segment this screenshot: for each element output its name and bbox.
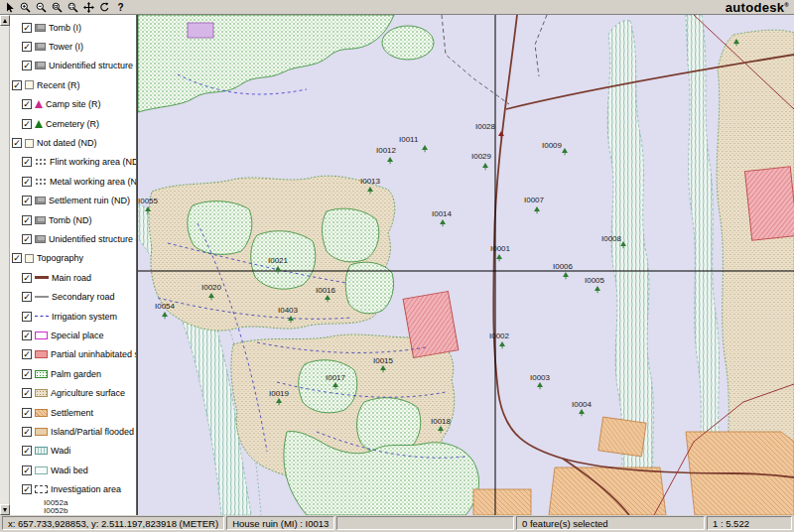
legend-label: Unidentified structure (I) [49, 61, 136, 70]
zoom-extents-tool[interactable] [66, 1, 79, 14]
legend-label: Partial uninhabitated settle [51, 349, 136, 359]
legend-scrollbar[interactable] [0, 15, 10, 515]
scroll-up-arrow-icon[interactable] [0, 15, 10, 26]
legend-item-tomb-nd[interactable]: ✓Tomb (ND) [10, 210, 136, 229]
legend-item-not-dated-nd[interactable]: ✓Not dated (ND) [10, 133, 136, 152]
legend-checkbox-camp-site-r[interactable]: ✓ [22, 99, 32, 109]
legend-checkbox-flint-working-area-nd[interactable]: ✓ [22, 157, 32, 167]
map-marker-label: I0013 [360, 177, 381, 186]
legend-item-wadi[interactable]: ✓Wadi [10, 442, 136, 461]
palm-garden-area [345, 262, 393, 314]
irrigation-system-icon [35, 316, 49, 317]
palm-garden-area [382, 26, 434, 60]
legend-checkbox-recent-r[interactable]: ✓ [12, 80, 22, 90]
legend-label: Metal working area (ND) [50, 177, 136, 187]
zoom-out-tool[interactable] [34, 1, 48, 14]
legend-checkbox-island-partial-flooded-area[interactable]: ✓ [22, 427, 32, 437]
legend-checkbox-investigation-area[interactable]: ✓ [22, 484, 32, 494]
special-place-icon [35, 332, 48, 339]
legend-checkbox-tomb-i[interactable]: ✓ [22, 23, 32, 33]
settlement-area [473, 489, 531, 515]
status-bar: x: 657.733,928853, y: 2.511.197,823918 (… [0, 515, 794, 532]
map-marker-label: I0054 [155, 302, 176, 311]
map-marker-label: I0001 [490, 244, 511, 253]
legend-checkbox-main-road[interactable]: ✓ [22, 273, 32, 283]
metal-working-area-nd-icon [35, 178, 47, 186]
legend-checkbox-special-place[interactable]: ✓ [22, 331, 32, 340]
map-marker-label: I0009 [542, 141, 563, 150]
legend-item-tomb-i[interactable]: ✓Tomb (I) [10, 18, 136, 37]
map-marker-label: I0015 [373, 356, 394, 365]
legend-item-flint-working-area-nd[interactable]: ✓Flint working area (ND) [10, 153, 136, 172]
legend-checkbox-tomb-nd[interactable]: ✓ [22, 215, 32, 225]
legend-item-agriculture-surface[interactable]: ✓Agriculture surface [10, 383, 136, 402]
map-marker-label: I0014 [432, 209, 453, 218]
refresh-tool[interactable] [97, 1, 111, 14]
coordinates-text: x: 657.733,928853, y: 2.511.197,823918 (… [8, 518, 218, 529]
brand-mark: ® [784, 2, 789, 8]
legend-checkbox-topography[interactable]: ✓ [12, 253, 22, 263]
legend-item-unidentified-structure-i[interactable]: ✓Unidentified structure (I) [10, 57, 136, 75]
legend-item-special-place[interactable]: ✓Special place [10, 326, 136, 344]
scroll-down-arrow-icon[interactable] [0, 504, 10, 515]
legend-checkbox-secondary-road[interactable]: ✓ [22, 292, 32, 302]
legend-checkbox-partial-uninhabitated-settlement[interactable]: ✓ [22, 349, 32, 359]
legend-checkbox-palm-garden[interactable]: ✓ [22, 369, 32, 379]
settlement-ruin-nd-icon [35, 197, 46, 204]
legend-item-palm-garden[interactable]: ✓Palm garden [10, 364, 136, 383]
legend-checkbox-wadi[interactable]: ✓ [22, 446, 32, 456]
legend-checkbox-settlement-ruin-nd[interactable]: ✓ [22, 196, 32, 205]
legend-item-metal-working-area-nd[interactable]: ✓Metal working area (ND) [10, 172, 136, 191]
legend-item-unidentified-structure-nd[interactable]: ✓Unidentified structure (ND) [10, 229, 136, 248]
map-scale: 1 : 5.522 [707, 516, 792, 530]
zoom-window-tool[interactable] [50, 1, 64, 14]
main-area: ✓Tomb (I)✓Tower (I)✓Unidentified structu… [0, 14, 794, 515]
legend-item-recent-r[interactable]: ✓Recent (R) [10, 75, 136, 94]
not-dated-nd-icon [25, 139, 34, 148]
legend-item-irrigation-system[interactable]: ✓Irrigation system [10, 307, 136, 326]
legend-item-investigation-area[interactable]: ✓Investigation area [10, 479, 136, 498]
legend-checkbox-settlement[interactable]: ✓ [22, 408, 32, 418]
legend-checkbox-unidentified-structure-i[interactable]: ✓ [22, 61, 32, 70]
map-marker-label: I0018 [431, 417, 452, 426]
legend-item-cemetery-r[interactable]: ✓Cemetery (R) [10, 114, 136, 133]
legend-item-settlement-ruin-nd[interactable]: ✓Settlement ruin (ND) [10, 192, 136, 210]
autodesk-logo: autodesk® [726, 0, 789, 15]
legend-checkbox-wadi-bed[interactable]: ✓ [22, 466, 32, 475]
zoom-in-tool[interactable] [18, 1, 32, 14]
legend-label: Settlement [51, 408, 93, 418]
map-marker-label: I0017 [326, 373, 346, 382]
legend-item-settlement[interactable]: ✓Settlement [10, 403, 136, 422]
select-tool[interactable] [2, 1, 16, 14]
map-viewport[interactable]: I0055I0012I0011I0028I0029I0009I0013I0007… [137, 15, 794, 515]
legend-item-tower-i[interactable]: ✓Tower (I) [10, 37, 136, 56]
legend-checkbox-unidentified-structure-nd[interactable]: ✓ [22, 234, 32, 244]
map-marker-label: I0028 [475, 122, 496, 131]
palm-garden-area [299, 360, 357, 413]
legend-checkbox-metal-working-area-nd[interactable]: ✓ [22, 177, 32, 187]
agriculture-surface-icon [35, 389, 48, 397]
legend-item-partial-uninhabitated-settlement[interactable]: ✓Partial uninhabitated settle [10, 345, 136, 364]
legend-item-island-partial-flooded-area[interactable]: ✓Island/Partial flooded area [10, 422, 136, 441]
pan-tool[interactable] [81, 1, 95, 14]
map-application-window: ? autodesk® ✓Tomb (I)✓Tower (I)✓Unidenti… [0, 0, 794, 532]
legend-checkbox-irrigation-system[interactable]: ✓ [22, 312, 32, 322]
legend-item-camp-site-r[interactable]: ✓Camp site (R) [10, 95, 136, 114]
legend-item-main-road[interactable]: ✓Main road [10, 268, 136, 287]
legend-item-wadi-bed[interactable]: ✓Wadi bed [10, 461, 136, 479]
legend-item-topography[interactable]: ✓Topography [10, 249, 136, 268]
legend-panel: ✓Tomb (I)✓Tower (I)✓Unidentified structu… [0, 15, 137, 515]
legend-footer-label: I0052a [10, 499, 136, 508]
legend-checkbox-cemetery-r[interactable]: ✓ [22, 119, 32, 129]
legend-item-secondary-road[interactable]: ✓Secondary road [10, 287, 136, 306]
palm-garden-area [188, 201, 252, 255]
legend-footer: I0052aI0052b [10, 499, 136, 515]
help-tool[interactable]: ? [113, 1, 127, 14]
cemetery-r-icon [35, 120, 43, 128]
legend-checkbox-tower-i[interactable]: ✓ [22, 42, 32, 52]
legend-checkbox-agriculture-surface[interactable]: ✓ [22, 388, 32, 398]
legend-checkbox-not-dated-nd[interactable]: ✓ [12, 138, 22, 148]
map-canvas[interactable]: I0055I0012I0011I0028I0029I0009I0013I0007… [138, 15, 794, 515]
settlement-area [598, 417, 646, 457]
legend-label: Wadi [51, 446, 70, 456]
